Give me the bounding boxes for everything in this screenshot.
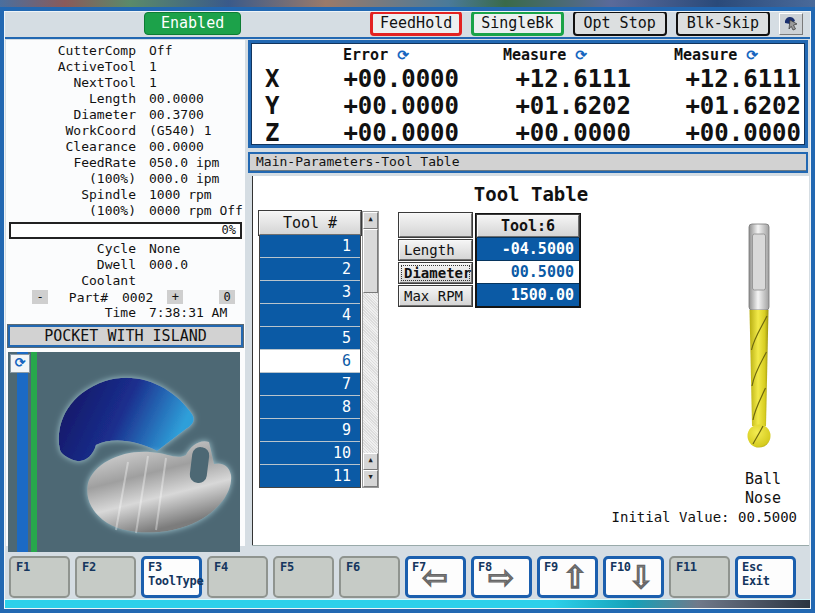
tool-row-8[interactable]: 8 (260, 396, 360, 419)
dro-header-error: Error ⟳ (293, 45, 459, 66)
status-row: WorkCoord(G540) 1 (6, 123, 245, 139)
status-row: NextTool1 (6, 75, 245, 91)
part-reset-button[interactable]: 0 (219, 290, 235, 304)
z-measure2-value: +00.0000 (631, 120, 801, 147)
f8-right-button[interactable]: F8⇨ (471, 556, 532, 598)
page-title: Tool Table (253, 183, 809, 205)
scroll-up-icon[interactable]: ▲ (363, 212, 378, 229)
status-row: (100%)000.0 ipm (6, 171, 245, 187)
right-arrow-icon: ⇨ (488, 560, 514, 594)
length-value-cell[interactable]: -04.5000 (477, 237, 579, 260)
program-name-box: POCKET WITH ISLAND (8, 325, 243, 347)
length-label-button[interactable]: Length (399, 240, 472, 260)
status-row: Coolant (6, 273, 245, 289)
refresh-icon[interactable]: ⟳ (575, 47, 587, 63)
refresh-icon[interactable]: ⟳ (746, 47, 758, 63)
desktop-sliver (0, 0, 815, 7)
tool-list-header[interactable]: Tool # (259, 211, 361, 235)
status-label: ActiveTool (6, 59, 136, 75)
f4-button[interactable]: F4 (207, 556, 268, 598)
f1-button[interactable]: F1 (9, 556, 70, 598)
status-row: Clearance00.0000 (6, 139, 245, 155)
status-label: Cycle (6, 241, 136, 257)
status-value: 00.0000 (149, 91, 204, 107)
esc-exit-button[interactable]: EscExit (735, 556, 796, 598)
f7-left-button[interactable]: F7⇦ (405, 556, 466, 598)
f5-button[interactable]: F5 (273, 556, 334, 598)
dro-corner (253, 45, 293, 66)
status-label: Dwell (6, 257, 136, 273)
tool-row-11[interactable]: 11 (260, 465, 360, 487)
maxrpm-value-cell[interactable]: 1500.00 (477, 283, 579, 306)
scroll-track[interactable] (363, 293, 378, 453)
diameter-value-cell[interactable]: 00.5000 (477, 260, 579, 283)
top-toolbar: Enabled FeedHold SingleBk Opt Stop Blk-S… (4, 10, 811, 39)
progress-bar: 0% (9, 222, 242, 239)
tool-row-10[interactable]: 10 (260, 442, 360, 465)
status-row: CycleNone (6, 241, 245, 257)
enabled-button[interactable]: Enabled (144, 12, 241, 35)
f9-up-button[interactable]: F9⇧ (537, 556, 598, 598)
singleblock-button[interactable]: SingleBk (471, 11, 563, 36)
dro-header-measure2: Measure ⟳ (631, 45, 801, 66)
feedhold-button[interactable]: FeedHold (370, 11, 462, 36)
tool-detail-header[interactable]: Tool:6 (477, 215, 579, 237)
tool-row-6-selected[interactable]: 6 (260, 350, 360, 373)
f3-tooltype-button[interactable]: F3ToolType (141, 556, 202, 598)
scroll-up-icon[interactable]: ▲ (363, 453, 378, 470)
axis-letter: Z (253, 120, 293, 147)
optstop-button[interactable]: Opt Stop (573, 11, 667, 36)
time-row: Time7:38:31 AM (6, 305, 245, 321)
axis-letter: X (253, 66, 293, 93)
status-row: (100%)0000 rpm Off (6, 203, 245, 219)
toolpath-preview: ⟳ (8, 352, 240, 552)
mouse-pointer-icon[interactable] (779, 13, 803, 35)
f11-button[interactable]: F11 (669, 556, 730, 598)
refresh-icon[interactable]: ⟳ (397, 47, 409, 63)
tool-detail-labels: Length Diameter Max RPM (399, 213, 472, 309)
scroll-down-icon[interactable]: ▼ (363, 470, 378, 487)
status-label: Clearance (6, 139, 136, 155)
status-value: 00.0000 (149, 139, 204, 155)
part-decrement-button[interactable]: - (32, 290, 48, 304)
tool-row-7[interactable]: 7 (260, 373, 360, 396)
down-arrow-icon: ⇩ (628, 560, 654, 594)
status-row: FeedRate050.0 ipm (6, 155, 245, 171)
dro-header-measure1: Measure ⟳ (459, 45, 631, 66)
blkskip-button[interactable]: Blk-Skip (676, 11, 770, 36)
tool-row-2[interactable]: 2 (260, 258, 360, 281)
maxrpm-label-button[interactable]: Max RPM (399, 286, 472, 306)
time-value: 7:38:31 AM (149, 305, 227, 321)
detail-blank-cell (399, 213, 472, 237)
status-label: WorkCoord (6, 123, 136, 139)
tool-row-4[interactable]: 4 (260, 304, 360, 327)
breadcrumb: Main-Parameters-Tool Table (248, 152, 808, 173)
status-label: Diameter (6, 107, 136, 123)
y-error-value: +00.0000 (293, 93, 459, 120)
tool-row-1[interactable]: 1 (260, 235, 360, 258)
diameter-label-button[interactable]: Diameter (399, 263, 472, 283)
f6-button[interactable]: F6 (339, 556, 400, 598)
f2-button[interactable]: F2 (75, 556, 136, 598)
status-label: Coolant (6, 273, 136, 289)
part-increment-button[interactable]: + (167, 290, 183, 304)
dro-panel: Error ⟳ Measure ⟳ Measure ⟳ X +00.0000 +… (248, 40, 808, 148)
preview-refresh-icon[interactable]: ⟳ (10, 354, 30, 373)
tool-row-5[interactable]: 5 (260, 327, 360, 350)
z-error-value: +00.0000 (293, 120, 459, 147)
status-row: CutterCompOff (6, 43, 245, 59)
tool-row-3[interactable]: 3 (260, 281, 360, 304)
f10-down-button[interactable]: F10⇩ (603, 556, 664, 598)
tool-row-9[interactable]: 9 (260, 419, 360, 442)
part-row: - Part# 0002 + 0 (6, 289, 245, 305)
status-label: Spindle (6, 187, 136, 203)
z-measure1-value: +00.0000 (459, 120, 631, 147)
status-label: (100%) (6, 171, 136, 187)
x-error-value: +00.0000 (293, 66, 459, 93)
scroll-thumb[interactable] (363, 229, 378, 293)
x-measure2-value: +12.6111 (631, 66, 801, 93)
tool-list-scrollbar[interactable]: ▲ ▲ ▼ (362, 211, 379, 488)
function-key-bar: F1 F2 F3ToolType F4 F5 F6 F7⇦ F8⇨ F9⇧ F1… (9, 556, 796, 598)
toolpath-image (8, 352, 240, 552)
status-value: 000.0 (149, 257, 188, 273)
